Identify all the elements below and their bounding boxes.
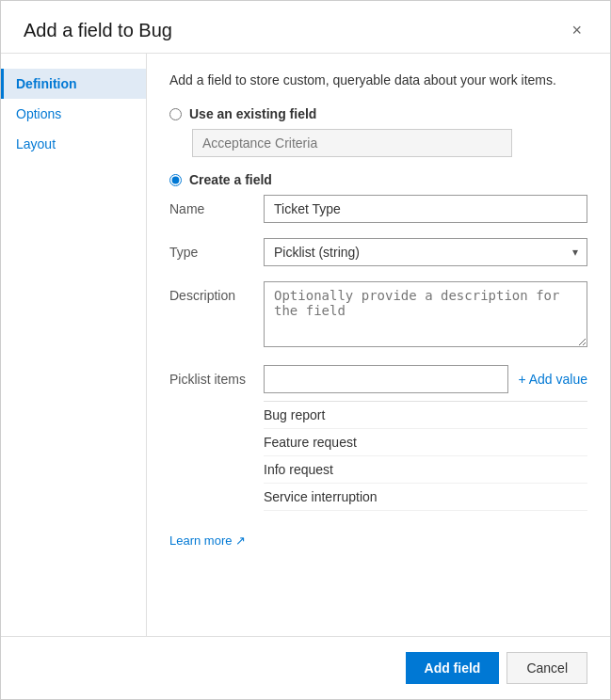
add-value-button[interactable]: + Add value xyxy=(518,365,587,387)
description-textarea[interactable] xyxy=(264,281,587,347)
name-input[interactable] xyxy=(264,195,587,223)
type-select-wrapper: Picklist (string) Text (single line) Tex… xyxy=(264,238,587,266)
sidebar-item-layout[interactable]: Layout xyxy=(1,129,146,159)
sidebar-item-options[interactable]: Options xyxy=(1,99,146,129)
create-field-radio-row: Create a field xyxy=(169,172,587,187)
existing-field-input[interactable] xyxy=(192,129,512,157)
name-control xyxy=(264,195,587,223)
cancel-button[interactable]: Cancel xyxy=(506,652,587,684)
picklist-input-row: + Add value xyxy=(264,365,587,393)
external-link-icon: ↗ xyxy=(235,533,246,548)
description-label: Description xyxy=(169,281,264,303)
add-field-button[interactable]: Add field xyxy=(406,652,500,684)
description-control xyxy=(264,281,587,350)
dialog-title: Add a field to Bug xyxy=(24,20,172,41)
existing-field-input-wrapper xyxy=(192,129,587,157)
use-existing-section: Use an existing field xyxy=(169,106,587,157)
type-row: Type Picklist (string) Text (single line… xyxy=(169,238,587,266)
create-field-label[interactable]: Create a field xyxy=(189,172,272,187)
picklist-input[interactable] xyxy=(264,365,508,393)
dialog-body: Definition Options Layout Add a field to… xyxy=(1,54,610,636)
dialog-header: Add a field to Bug × xyxy=(1,1,610,54)
use-existing-radio-row: Use an existing field xyxy=(169,106,587,121)
picklist-row: Picklist items + Add value Bug report Fe… xyxy=(169,365,587,511)
use-existing-radio[interactable] xyxy=(169,108,182,120)
dialog-footer: Add field Cancel xyxy=(1,636,610,699)
picklist-control: + Add value Bug report Feature request I… xyxy=(264,365,587,511)
picklist-items-list: Bug report Feature request Info request … xyxy=(264,401,587,511)
sidebar: Definition Options Layout xyxy=(1,54,147,636)
type-select[interactable]: Picklist (string) Text (single line) Tex… xyxy=(264,238,587,266)
name-row: Name xyxy=(169,195,587,223)
list-item: Feature request xyxy=(264,429,587,456)
list-item: Info request xyxy=(264,456,587,484)
close-button[interactable]: × xyxy=(566,20,587,40)
learn-more-section: Learn more ↗ xyxy=(169,533,587,548)
type-control: Picklist (string) Text (single line) Tex… xyxy=(264,238,587,266)
create-field-section: Name Type Picklist (string) Text (single… xyxy=(169,195,587,511)
name-label: Name xyxy=(169,195,264,216)
picklist-items-label: Picklist items xyxy=(169,365,264,387)
create-field-radio[interactable] xyxy=(169,174,182,186)
list-item: Service interruption xyxy=(264,484,587,511)
description-row: Description xyxy=(169,281,587,350)
learn-more-link[interactable]: Learn more ↗ xyxy=(169,533,246,548)
learn-more-label: Learn more xyxy=(169,533,232,548)
list-item: Bug report xyxy=(264,402,587,429)
type-label: Type xyxy=(169,238,264,260)
sidebar-item-definition[interactable]: Definition xyxy=(1,69,146,99)
add-field-dialog: Add a field to Bug × Definition Options … xyxy=(0,0,611,700)
use-existing-label[interactable]: Use an existing field xyxy=(189,106,316,121)
main-content: Add a field to store custom, queryable d… xyxy=(147,54,610,636)
description-text: Add a field to store custom, queryable d… xyxy=(169,72,587,88)
